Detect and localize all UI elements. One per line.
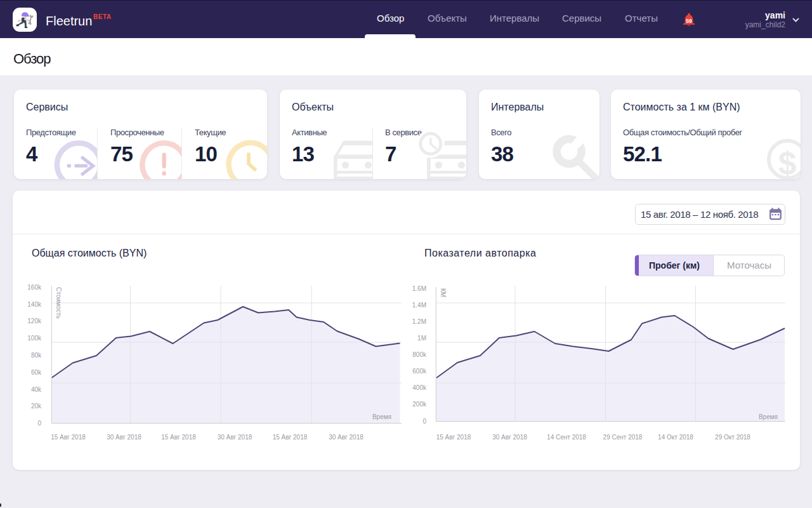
svg-text:60k: 60k [31,369,42,376]
svg-text:15 Авг 2018: 15 Авг 2018 [273,434,308,441]
svg-text:Время: Время [759,413,778,420]
svg-text:29 Окт 2018: 29 Окт 2018 [715,434,750,441]
svg-text:1.6M: 1.6M [412,285,426,292]
svg-text:КМ: КМ [440,288,447,297]
svg-text:30 Авг 2018: 30 Авг 2018 [218,434,252,441]
svg-text:200k: 200k [412,401,427,408]
svg-text:160k: 160k [27,284,42,291]
svg-text:120k: 120k [27,318,42,324]
svg-text:100k: 100k [27,335,42,342]
svg-text:80k: 80k [31,352,42,359]
svg-text:1.2M: 1.2M [412,318,426,325]
svg-text:0: 0 [422,418,426,425]
svg-text:$: $ [778,145,796,180]
svg-text:30 Авг 2018: 30 Авг 2018 [107,434,141,441]
svg-text:15 Авг 2018: 15 Авг 2018 [436,434,471,441]
svg-text:29 Сент 2018: 29 Сент 2018 [603,434,643,441]
svg-text:15 Авг 2018: 15 Авг 2018 [161,434,196,441]
svg-text:30 Авг 2018: 30 Авг 2018 [329,434,363,441]
svg-text:400k: 400k [412,384,427,391]
svg-text:600k: 600k [412,368,427,375]
svg-text:1.4M: 1.4M [412,302,426,309]
svg-text:0: 0 [37,420,41,427]
svg-text:20k: 20k [31,403,42,410]
svg-text:Стоимость: Стоимость [55,287,62,319]
svg-text:140k: 140k [27,301,42,308]
svg-text:14 Окт 2018: 14 Окт 2018 [658,434,693,441]
svg-text:Время: Время [372,413,391,420]
svg-text:30 Авг 2018: 30 Авг 2018 [492,434,527,441]
svg-text:800k: 800k [412,351,427,358]
svg-text:15 Авг 2018: 15 Авг 2018 [51,434,86,441]
svg-text:14 Сент 2018: 14 Сент 2018 [547,434,586,441]
svg-text:40k: 40k [31,386,42,393]
svg-text:1M: 1M [417,335,426,342]
